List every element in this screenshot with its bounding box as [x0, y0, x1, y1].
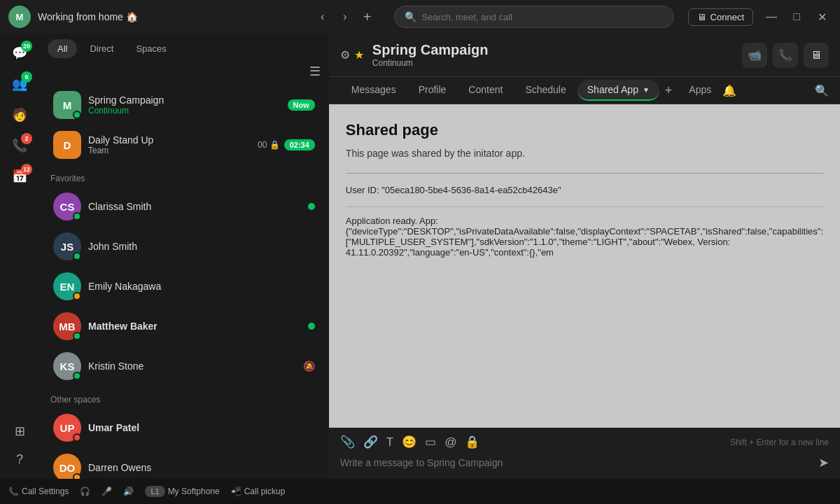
speaker-item[interactable]: 🔊: [123, 486, 134, 496]
call-settings-item[interactable]: 📞 Call Settings: [8, 486, 69, 496]
item-name-umar: Umar Patel: [88, 422, 315, 433]
item-name-spring-campaign: Spring Campaign: [88, 94, 281, 106]
list-item-clarissa[interactable]: CS Clarissa Smith: [45, 187, 323, 226]
minimize-button[interactable]: —: [762, 7, 781, 27]
tab-schedule[interactable]: Schedule: [514, 77, 577, 104]
other-spaces-label: Other spaces: [39, 386, 329, 407]
mic-item[interactable]: 🎤: [102, 486, 112, 496]
message-input-row: ➤: [340, 455, 829, 470]
avatar-john: JS: [53, 232, 81, 260]
right-panel: ⚙ ★ Spring Campaign Continuum 📹 📞 🖥 Mess…: [329, 34, 840, 479]
item-info-matthew: Matthew Baker: [88, 321, 301, 332]
item-info-kristin: Kristin Stone: [88, 360, 296, 372]
avatar-emily: EN: [53, 272, 81, 300]
status-spring-campaign: [73, 111, 81, 119]
connect-button[interactable]: 🖥 Connect: [688, 8, 753, 26]
audio-call-button[interactable]: 📞: [773, 43, 798, 68]
call-pickup-label: Call pickup: [244, 486, 286, 496]
help-icon: ?: [16, 452, 23, 467]
divider: [346, 173, 823, 174]
close-button[interactable]: ✕: [812, 7, 832, 27]
now-badge: Now: [288, 99, 315, 111]
settings-icon-button[interactable]: ⚙: [340, 48, 350, 62]
filter-button[interactable]: ☰: [309, 64, 321, 79]
rail-item-help[interactable]: ?: [6, 445, 34, 473]
channel-tabs: Messages Profile Content Schedule Shared…: [329, 77, 840, 104]
channel-actions: 📹 📞 🖥: [742, 43, 829, 68]
tab-profile[interactable]: Profile: [407, 77, 458, 104]
item-right-clarissa: [308, 203, 315, 210]
screen-share-button[interactable]: 🖥: [804, 43, 829, 68]
gif-button[interactable]: ▭: [425, 435, 436, 449]
channel-header-icons: ⚙ ★: [340, 48, 364, 62]
list-item-spring-campaign[interactable]: M Spring Campaign Continuum Now: [45, 85, 323, 125]
user-id-field: User ID: "05eca180-5be4-5636-8a14-ea52cb…: [346, 185, 823, 207]
bell-icon-kristin: 🔕: [303, 360, 315, 372]
item-right-kristin: 🔕: [303, 360, 315, 372]
rail-item-calls[interactable]: 📞 2: [6, 132, 34, 160]
sidebar-filter: ☰: [39, 58, 329, 85]
tab-shared-app[interactable]: Shared App ▼: [578, 80, 659, 101]
avatar-spring-campaign: M: [53, 91, 81, 119]
message-input-area: 📎 🔗 T 😊 ▭ @ 🔒 Shift + Enter for a new li…: [329, 428, 840, 479]
emoji-button[interactable]: 😊: [402, 435, 416, 449]
connect-icon: 🖥: [697, 12, 706, 22]
item-info-darren: Darren Owens: [88, 462, 315, 473]
new-space-button[interactable]: +: [358, 7, 377, 27]
more-button[interactable]: 🔒: [465, 435, 479, 449]
attach-button[interactable]: 📎: [340, 435, 355, 449]
avatar-matthew: MB: [53, 312, 81, 340]
tab-apps[interactable]: Apps: [678, 77, 722, 104]
search-channel-button[interactable]: 🔍: [815, 84, 829, 97]
rail-item-messaging[interactable]: 💬 20: [6, 39, 34, 67]
call-pickup-item[interactable]: 📲 Call pickup: [231, 486, 286, 496]
send-button[interactable]: ➤: [818, 455, 829, 470]
list-item-daily-standup[interactable]: D Daily Stand Up Team 00 🔒 02:34: [45, 125, 323, 164]
avatar-umar: UP: [53, 414, 81, 442]
rail-item-calendar[interactable]: 📅 12: [6, 162, 34, 190]
status-kristin: [73, 372, 81, 380]
search-input[interactable]: [422, 12, 664, 22]
item-info-spring-campaign: Spring Campaign Continuum: [88, 94, 281, 115]
list-item-matthew[interactable]: MB Matthew Baker: [45, 307, 323, 346]
item-info-clarissa: Clarissa Smith: [88, 201, 301, 212]
team-badge: 6: [21, 71, 32, 83]
input-hint: Shift + Enter for a new line: [730, 438, 829, 447]
tab-all[interactable]: All: [48, 39, 77, 58]
contacts-icon: 🧑: [12, 107, 27, 122]
rail-item-contacts[interactable]: 🧑: [6, 101, 34, 129]
list-item-john[interactable]: JS John Smith: [45, 227, 323, 266]
main-layout: 💬 20 👥 6 🧑 📞 2 📅 12 ⊞ ? All: [0, 34, 840, 479]
rail-item-add[interactable]: ⊞: [6, 417, 34, 445]
list-item-umar[interactable]: UP Umar Patel: [45, 408, 323, 447]
headset-item[interactable]: 🎧: [80, 486, 90, 496]
video-call-button[interactable]: 📹: [742, 43, 767, 68]
list-item-kristin[interactable]: KS Kristin Stone 🔕: [45, 346, 323, 386]
format-button[interactable]: T: [386, 435, 393, 449]
user-avatar[interactable]: M: [8, 6, 31, 28]
speaker-icon: 🔊: [123, 486, 134, 496]
nav-forward-button[interactable]: ›: [335, 7, 355, 27]
message-input[interactable]: [340, 457, 813, 468]
tab-content[interactable]: Content: [457, 77, 514, 104]
shared-page-description: This page was shared by the initator app…: [346, 148, 823, 159]
notification-button[interactable]: 🔔: [722, 84, 736, 97]
item-info-umar: Umar Patel: [88, 422, 315, 433]
link-button[interactable]: 🔗: [363, 435, 378, 449]
mention-button[interactable]: @: [444, 435, 456, 449]
nav-back-button[interactable]: ‹: [313, 7, 332, 27]
star-icon: ★: [354, 48, 364, 62]
rail-item-team[interactable]: 👥 6: [6, 70, 34, 98]
maximize-button[interactable]: □: [787, 7, 806, 27]
tab-spaces[interactable]: Spaces: [126, 39, 176, 58]
item-name-matthew: Matthew Baker: [88, 321, 301, 332]
tab-direct[interactable]: Direct: [80, 39, 123, 58]
item-info-emily: Emily Nakagawa: [88, 281, 315, 292]
tab-messages[interactable]: Messages: [340, 77, 407, 104]
status-clarissa: [73, 212, 81, 220]
list-item-darren[interactable]: DO Darren Owens: [45, 448, 323, 479]
nav-buttons: ‹ › +: [313, 7, 386, 27]
list-item-emily[interactable]: EN Emily Nakagawa: [45, 267, 323, 306]
tab-add-button[interactable]: +: [659, 83, 678, 98]
softphone-item[interactable]: L1 My Softphone: [145, 486, 219, 497]
